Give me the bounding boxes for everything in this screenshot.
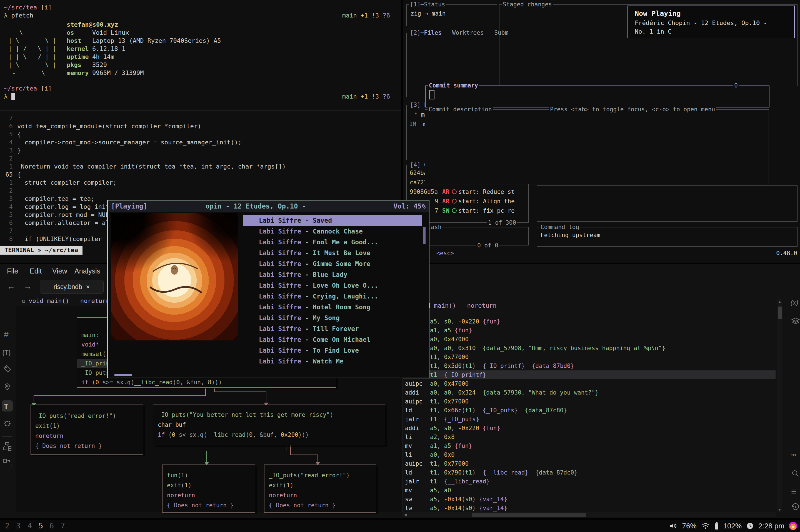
disasm-row[interactable]: addia5, s0, -0x220 {fun} [403,424,776,433]
layers-icon[interactable] [791,317,800,326]
commit-hash: 99086d5a [410,187,438,196]
track-list[interactable]: Labi Siffre - SavedLabi Siffre - Cannock… [108,201,429,378]
disasm-row[interactable]: lwa5, -0x14(s0) {var_14} [403,504,776,513]
terminal-cursor [12,93,15,100]
scroll-up-icon[interactable]: ▲ [777,299,782,304]
cross-references-icon[interactable] [2,458,12,469]
variables-icon[interactable]: (x) [790,299,798,306]
track-row[interactable]: Labi Siffre - Crying, Laughi... [243,291,422,302]
disasm-row[interactable]: addia0, a0, 0x324 {data_57930, "What do … [403,388,776,397]
menu-edit[interactable]: Edit [30,267,42,275]
symbols-icon[interactable]: # [4,330,8,339]
graph-node-read-error-right[interactable]: _IO_puts("read error!")exit(1)noreturn{ … [264,464,376,513]
prompt-path: ~/src/tea [i] [4,4,52,11]
menu-view[interactable]: View [52,267,67,275]
disasm-row[interactable]: addia0, a0, 0x310 {data_57908, "Hmm, ris… [403,344,776,353]
scroll-down-icon[interactable]: ▼ [777,507,782,512]
track-row[interactable]: Labi Siffre - Love Oh Love O... [243,280,422,291]
history-clock-icon[interactable] [791,503,799,513]
track-row[interactable]: Labi Siffre - Gimme Some More [243,259,422,269]
close-icon[interactable]: × [86,283,90,290]
track-row[interactable]: Labi Siffre - Saved [243,215,422,226]
code-editor[interactable]: 76void tea_compile_module(struct compile… [0,111,401,111]
graph-node-fun[interactable]: fun(1)exit(1)noreturn{ Does not return } [162,464,255,513]
disasm-row[interactable]: lia0, 0x0 [403,450,776,459]
code-line: 2 [0,154,401,163]
hierarchy-icon[interactable] [2,441,12,453]
log-lines-icon[interactable]: ≡ [791,487,796,497]
disasm-row[interactable]: jalrt1 {_IO_puts} [403,415,776,424]
disasm-row[interactable]: ldt1, 0x66c(t1) {_IO_puts} {data_87c80} [403,406,776,415]
player-scrollbar[interactable] [423,227,426,244]
track-row[interactable]: Labi Siffre - Fool Me a Good... [243,237,422,248]
disasm-row[interactable]: jalrt1 {_IO_printf} [403,370,776,379]
graph-node-riscy[interactable]: _IO_puts("You better not let this get mo… [153,404,385,445]
track-row[interactable]: Labi Siffre - To Find Love [243,345,422,356]
disasm-row[interactable]: swa5, -0x14(s0) {var_14} [403,495,776,504]
commit-description-input[interactable]: Commit description Press <tab> to toggle… [425,109,769,184]
wifi-icon[interactable] [701,522,710,529]
disasm-row[interactable]: auipca0, 0x47000 [403,335,776,344]
workspace-6[interactable]: 6 [50,520,54,532]
commit-summary-input[interactable]: Commit summary 0 [425,86,769,108]
track-row[interactable]: Labi Siffre - Hotel Room Song [243,302,422,312]
now-playing-notification[interactable]: Now Playing Frédéric Chopin - 12 Etudes,… [628,5,795,38]
function-breadcrumb[interactable]: ↻void main() __noreturn [22,296,110,306]
graph-node-line: _IO_puts("You better not let this get mo… [153,410,385,420]
track-row[interactable]: Labi Siffre - Blue Lady [243,269,422,280]
nav-back-button[interactable]: ← [7,282,15,291]
workspace-3[interactable]: 3 [16,520,21,532]
disasm-row[interactable]: ldt1, 0x5d0(t1) {_IO_printf} {data_87bd0… [403,362,776,370]
flame-app-badge[interactable] [789,522,797,530]
location-pin-icon[interactable] [3,383,12,393]
disasm-row[interactable]: jalrt1 {__libc_read} [403,477,776,486]
horizontal-scrollbar[interactable]: ◀ [403,512,776,517]
notification-line: No. 1 in C [635,28,671,35]
playback-progress-bar[interactable] [114,374,132,376]
menu-file[interactable]: File [7,267,18,275]
scrollbar-thumb[interactable] [778,306,782,319]
tag-icon[interactable] [3,364,12,374]
types-icon[interactable]: {T} [2,349,11,357]
prompt-line-2[interactable]: λ [4,93,15,100]
disasm-row[interactable]: mva5, a0 [403,486,776,495]
graph-node-line: { Does not return } [264,500,376,510]
track-row[interactable]: Labi Siffre - My Song [243,312,422,323]
tab-riscy-bndb[interactable]: riscy.bndb× [40,280,104,294]
type-view-icon[interactable]: T [4,402,8,411]
bug-icon[interactable] [3,419,12,429]
track-row[interactable]: Labi Siffre - Till Forever [243,323,422,334]
battery-icon[interactable] [714,522,719,530]
menu-analysis[interactable]: Analysis [74,267,100,275]
workspace-7[interactable]: 7 [60,520,65,532]
vertical-scrollbar[interactable]: ▲ ▼ [777,299,782,512]
nav-forward-button[interactable]: → [24,282,32,291]
scroll-left-icon[interactable]: ◀ [403,512,408,517]
disasm-row[interactable]: lia2, 0x8 [403,433,776,441]
scrollbar-thumb[interactable] [472,513,586,517]
panel-status[interactable]: [1]─Status zig → main [406,4,497,26]
disasm-row[interactable]: auipct1, 0x77000 [403,353,776,362]
fetch-field: uptime4h 14m [67,53,221,61]
disasm-row[interactable]: auipca0, 0x47000 [403,379,776,388]
workspace-2[interactable]: 2 [5,520,10,532]
track-row[interactable]: Labi Siffre - Watch Me [243,356,422,367]
disasm-row[interactable]: mva1, a5 {fun} [403,441,776,450]
graph-node-read-error-left[interactable]: _IO_puts("read error!")exit(1)noreturn{ … [31,404,143,455]
workspace-4[interactable]: 4 [27,520,32,532]
disasm-row[interactable]: auipct1, 0x77000 [403,459,776,468]
track-row[interactable]: Labi Siffre - Cannock Chase [243,226,422,237]
track-row[interactable]: Labi Siffre - It Must Be Love [243,248,422,259]
graph-node-line: char buf [153,420,385,430]
speaker-icon[interactable] [669,522,678,530]
code-line: 1 struct compiler compiler; [0,178,401,187]
commit-row[interactable]: 99086d5aARstart: Reduce st [410,187,515,196]
disasm-row[interactable]: ldt1, 0x790(t1) {__libc_read} {data_87dc… [403,468,776,477]
disasm-row[interactable]: mva1, a5 {fun} [403,326,776,335]
track-row[interactable]: Labi Siffre - Come On Michael [243,334,422,345]
disasm-row[interactable]: auipct1, 0x77000 [403,397,776,406]
workspace-5[interactable]: 5 [39,520,43,532]
disasm-row[interactable]: addia5, s0, -0x220 {fun} [403,317,776,326]
search-icon[interactable] [791,469,799,479]
strings-icon[interactable]: ”” [791,452,795,462]
